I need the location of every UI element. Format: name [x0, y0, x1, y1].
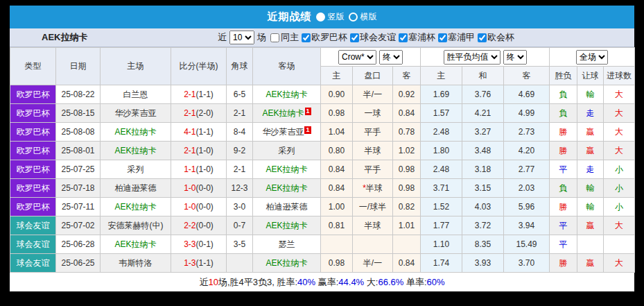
- horizontal-layout-radio[interactable]: [349, 12, 358, 22]
- away-team: AEK拉纳卡: [253, 160, 321, 179]
- avg-odds-away: 2.73: [504, 123, 550, 142]
- league-filter[interactable]: 塞浦甲: [435, 31, 475, 44]
- result-goals: 大: [604, 85, 635, 104]
- home-team: 柏迪逊莱德: [101, 179, 171, 198]
- result-goals: 大: [604, 254, 635, 273]
- corner-score: 2-1: [227, 160, 253, 179]
- avg-odds-away: 4.69: [504, 85, 550, 104]
- score-cell: 2-1(1-0): [171, 142, 227, 160]
- odds-home: 1.04: [321, 123, 353, 142]
- score-cell: 2-1(1-1): [171, 85, 227, 104]
- score-cell: 2-1(2-0): [171, 104, 227, 123]
- result-winloss: 平: [550, 160, 577, 179]
- league-label: 塞浦杯: [408, 31, 435, 44]
- odds-handicap: 半/一: [353, 85, 393, 104]
- games-label: 场: [257, 31, 266, 44]
- corner-score: 3-5: [227, 235, 253, 254]
- match-type-badge: 欧罗巴杯: [10, 142, 56, 160]
- title-bar: 近期战绩 竖版 横版: [10, 6, 634, 28]
- table-row: 欧罗巴杯 25-07-11 AEK拉纳卡 1-0(0-0) 3-0 柏迪逊莱德 …: [10, 198, 635, 216]
- avg-odds-home: 1.77: [421, 216, 462, 235]
- match-type-badge: 欧罗巴杯: [10, 104, 56, 123]
- odds-home: 1.00: [321, 198, 353, 216]
- away-team: AEK拉纳卡: [253, 254, 321, 273]
- result-handicap: 輸: [577, 179, 604, 198]
- bookmaker-stage-select[interactable]: 终: [379, 50, 403, 65]
- same-home-checkbox[interactable]: [270, 33, 279, 42]
- match-type-badge: 欧罗巴杯: [10, 123, 56, 142]
- odds-away: 0.98: [393, 179, 421, 198]
- avg-odds-home: 1.69: [421, 85, 462, 104]
- page-title: 近期战绩: [268, 10, 312, 24]
- odds-home: 0.90: [321, 85, 353, 104]
- avg-stage-select[interactable]: 终: [503, 50, 527, 65]
- results-table: 类型 日期 主场 比分(半场) 角球 客场 Crow*终 胜平负均值终 全场 主…: [10, 47, 635, 273]
- odds-home: 0.98: [321, 254, 353, 273]
- result-winloss: 勝: [550, 123, 577, 142]
- avg-odds-draw: 8.35: [462, 235, 504, 254]
- avg-odds-home: 1.10: [421, 235, 462, 254]
- result-winloss: 平: [550, 216, 577, 235]
- league-checkbox[interactable]: [478, 33, 487, 42]
- bookmaker-select-cell: Crow*终: [321, 48, 421, 67]
- league-checkbox[interactable]: [438, 33, 447, 42]
- home-team: 白兰恩: [101, 85, 171, 104]
- avg-odds-draw: 4.21: [462, 104, 504, 123]
- sub-header-handicap: 盘口: [353, 67, 393, 85]
- avg-odds-home: 1.74: [421, 254, 462, 273]
- match-date: 25-08-01: [56, 142, 101, 160]
- home-team: AEK拉纳卡: [101, 123, 171, 142]
- odds-home: 0.81: [321, 216, 353, 235]
- avg-select-cell: 胜平负均值终: [421, 48, 550, 67]
- avg-odds-select[interactable]: 胜平负均值: [444, 50, 501, 65]
- bookmaker-select[interactable]: Crow*: [338, 50, 376, 65]
- league-filter[interactable]: 欧会杯: [475, 31, 514, 44]
- table-row: 欧罗巴杯 25-07-18 柏迪逊莱德 1-0(0-0) 12-3 AEK拉纳卡…: [10, 179, 635, 198]
- home-team: 华沙莱吉亚: [101, 104, 171, 123]
- match-date: 25-07-02: [56, 216, 101, 235]
- odds-away: 0.98: [393, 160, 421, 179]
- result-winloss: 勝: [550, 142, 577, 160]
- result-winloss: 勝: [550, 198, 577, 216]
- league-checkbox[interactable]: [350, 33, 359, 42]
- horizontal-layout-label[interactable]: 横版: [360, 11, 377, 23]
- scope-select[interactable]: 全场: [576, 50, 608, 65]
- table-row: 球会友谊 25-06-28 AEK拉纳卡 3-3(0-1) 3-5 瑟兰 1.1…: [10, 235, 635, 254]
- table-row: 球会友谊 25-07-02 安德莱赫特(中) 2-2(0-0) 0-7 AEK拉…: [10, 216, 635, 235]
- away-team: AEK拉纳卡: [253, 216, 321, 235]
- avg-odds-home: 1.57: [421, 104, 462, 123]
- corner-score: 6-5: [227, 85, 253, 104]
- result-handicap: 贏: [577, 123, 604, 142]
- table-row: 欧罗巴杯 25-08-08 AEK拉纳卡 4-1(1-1) 8-4 华沙莱吉亚1…: [10, 123, 635, 142]
- score-cell: 1-0(0-0): [171, 179, 227, 198]
- league-filters: 欧罗巴杯 球会友谊 塞浦杯 塞浦甲 欧会杯: [299, 31, 514, 44]
- league-filter[interactable]: 球会友谊: [347, 31, 396, 44]
- sub-header-handicap-result: 让球: [577, 67, 604, 85]
- scope-select-cell: 全场: [550, 48, 635, 67]
- league-label: 欧会杯: [487, 31, 514, 44]
- near-label: 近: [218, 31, 227, 44]
- corner-score: 3-0: [227, 198, 253, 216]
- col-header-score: 比分(半场): [171, 48, 227, 85]
- league-checkbox[interactable]: [399, 33, 408, 42]
- league-filter[interactable]: 欧罗巴杯: [299, 31, 347, 44]
- vertical-layout-radio[interactable]: [316, 12, 325, 22]
- vertical-layout-label[interactable]: 竖版: [328, 11, 345, 23]
- odds-away: 1.02: [393, 142, 421, 160]
- table-row: 球会友谊 25-06-25 韦斯特洛 1-3(1-1) AEK拉纳卡 0.98 …: [10, 254, 635, 273]
- match-count-select[interactable]: 10: [229, 31, 254, 44]
- filter-controls: 近 10 场 同主 欧罗巴杯 球会友谊 塞浦杯 塞浦甲 欧会杯: [218, 31, 514, 44]
- avg-odds-away: 15.49: [504, 235, 550, 254]
- avg-odds-away: 3.94: [504, 216, 550, 235]
- match-type-badge: 欧罗巴杯: [10, 85, 56, 104]
- league-checkbox[interactable]: [302, 33, 311, 42]
- odds-away: 0.84: [393, 104, 421, 123]
- avg-odds-draw: 3.93: [462, 254, 504, 273]
- odds-home: [321, 235, 353, 254]
- same-home-label[interactable]: 同主: [281, 31, 299, 44]
- avg-odds-draw: 3.15: [462, 179, 504, 198]
- results-body: 欧罗巴杯 25-08-22 白兰恩 2-1(1-1) 6-5 AEK拉纳卡 0.…: [10, 85, 635, 273]
- odds-away: 0.82: [393, 198, 421, 216]
- result-goals: 大: [604, 123, 635, 142]
- league-filter[interactable]: 塞浦杯: [396, 31, 435, 44]
